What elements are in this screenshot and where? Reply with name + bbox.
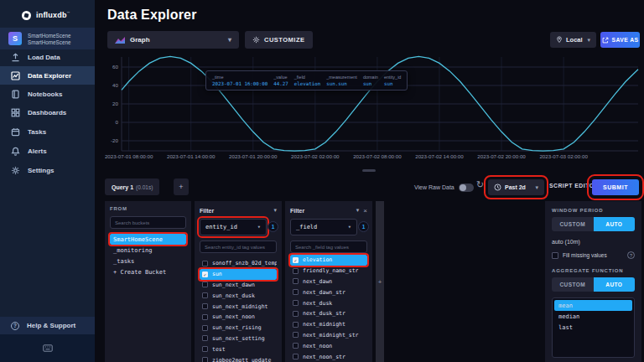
option-checkbox[interactable]: ✓ [202, 325, 208, 331]
filter-option[interactable]: ✓friendly_name_str [290, 266, 367, 277]
bucket-search-input[interactable] [110, 216, 186, 229]
tag-value-search-input[interactable] [200, 240, 277, 253]
alerts-icon [11, 147, 20, 156]
option-checkbox[interactable]: ✓ [202, 335, 208, 341]
option-checkbox[interactable]: ✓ [293, 300, 299, 306]
option-checkbox[interactable]: ✓ [293, 278, 299, 284]
sidebar-item-dashboards[interactable]: Dashboards [0, 103, 95, 122]
custom-button[interactable]: CUSTOM [552, 277, 594, 292]
option-label: friendly_name_str [303, 267, 359, 274]
tag-value-search-input[interactable] [290, 240, 367, 253]
refresh-icon[interactable]: ↻ [476, 179, 484, 190]
filter-option[interactable]: ✓next_dawn [290, 277, 367, 287]
sidebar-item-help-support[interactable]: ? Help & Support [0, 317, 95, 334]
option-checkbox[interactable]: ✓ [293, 322, 299, 328]
sidebar-item-data-explorer[interactable]: Data Explorer [0, 66, 95, 85]
notebooks-icon [11, 90, 20, 99]
option-checkbox[interactable]: ✓ [202, 261, 208, 266]
export-icon [602, 37, 609, 44]
tooltip-column: _value44.27 [273, 75, 288, 86]
option-checkbox[interactable]: ✓ [202, 357, 208, 362]
filter-option[interactable]: ✓sun_next_rising [200, 323, 277, 334]
timezone-dropdown[interactable]: Local ▾ [550, 32, 596, 48]
option-checkbox[interactable]: ✓ [293, 311, 299, 317]
filter-key-dropdown[interactable]: _field ▾ [290, 219, 357, 235]
option-checkbox[interactable]: ✓ [202, 282, 208, 287]
filter-option[interactable]: ✓sun_next_setting [200, 334, 277, 344]
filter-option[interactable]: ✓test [200, 344, 277, 354]
option-label: sun_next_dusk [212, 292, 255, 299]
filter-option[interactable]: ✓next_dusk [290, 297, 367, 308]
bucket-item[interactable]: + Create Bucket [110, 266, 186, 277]
bucket-item[interactable]: SmartHomeScene [110, 234, 186, 245]
query-tab[interactable]: Query 1 (0.01s) [105, 178, 159, 195]
filter-key-dropdown[interactable]: entity_id ▾ [200, 219, 267, 235]
elevation-line-chart[interactable]: -2002040602023-07-01 08:00:002023-07-01 … [105, 52, 641, 166]
sidebar-item-tasks[interactable]: Tasks [0, 122, 95, 141]
filter-option[interactable]: ✓sun_next_midnight [200, 301, 277, 312]
option-label: next_midnight_str [303, 332, 359, 339]
influxdb-logo-icon [21, 10, 32, 21]
filter-option[interactable]: ✓elevation [290, 255, 367, 266]
save-as-button[interactable]: SAVE AS [600, 32, 640, 48]
sidebar-item-notebooks[interactable]: Notebooks [0, 85, 95, 103]
filter-option[interactable]: ✓sun [200, 269, 277, 280]
option-checkbox[interactable]: ✓ [293, 332, 299, 338]
option-checkbox[interactable]: ✓ [293, 257, 299, 263]
tooltip-column: entity_idsun [384, 75, 402, 86]
filter-option[interactable]: ✓next_noon_str [290, 351, 367, 362]
close-filter-icon[interactable]: × [363, 207, 367, 215]
filter-panel-field: Filter ▾ × _field ▾ 1 ✓elevation✓friendl… [285, 201, 372, 362]
window-period-value: auto (10m) [552, 239, 635, 245]
option-label: zigbee2mqtt_update [212, 357, 271, 362]
option-checkbox[interactable]: ✓ [293, 343, 299, 349]
filter-option[interactable]: ✓next_noon [290, 340, 367, 351]
option-label: sun_next_dawn [212, 282, 255, 288]
submit-button[interactable]: SUBMIT [592, 179, 639, 195]
sidebar-item-load-data[interactable]: Load Data [0, 48, 95, 66]
auto-button[interactable]: AUTO [594, 217, 636, 231]
add-filter-button[interactable]: + [376, 201, 384, 362]
sidebar-item-settings[interactable]: Settings [0, 161, 95, 179]
svg-text:2023-07-02 02:00:00: 2023-07-02 02:00:00 [291, 153, 340, 159]
chevron-down-icon[interactable]: ▾ [273, 207, 277, 214]
filter-option[interactable]: ✓sun_next_noon [200, 312, 277, 323]
bucket-item[interactable]: _tasks [110, 256, 186, 266]
filter-option[interactable]: ✓sun_next_dusk [200, 290, 277, 301]
fill-missing-values-checkbox[interactable] [552, 252, 558, 259]
visualization-type-dropdown[interactable]: Graph ▾ [107, 31, 239, 49]
option-checkbox[interactable]: ✓ [202, 272, 208, 277]
filter-option[interactable]: ✓next_midnight [290, 319, 367, 330]
bucket-item[interactable]: _monitoring [110, 245, 186, 256]
filter-option[interactable]: ✓sonoff_snzb_02d_tempe_ [200, 258, 277, 269]
aggregate-option[interactable]: median [554, 311, 632, 322]
option-checkbox[interactable]: ✓ [202, 292, 208, 298]
auto-button[interactable]: AUTO [594, 277, 636, 292]
chevron-down-icon[interactable]: ▾ [356, 207, 360, 214]
option-checkbox[interactable]: ✓ [202, 314, 208, 320]
add-query-button[interactable]: + [174, 178, 189, 195]
option-checkbox[interactable]: ✓ [202, 303, 208, 309]
window-period-mode-toggle: CUSTOM AUTO [552, 217, 635, 231]
resize-handle[interactable] [362, 169, 376, 172]
option-checkbox[interactable]: ✓ [293, 289, 299, 295]
custom-button[interactable]: CUSTOM [552, 217, 594, 231]
option-label: next_dusk [303, 300, 332, 307]
workspace-switcher[interactable]: S SmartHomeScene SmartHomeScene [0, 28, 95, 49]
option-checkbox[interactable]: ✓ [293, 268, 299, 274]
filter-option[interactable]: ✓zigbee2mqtt_update [200, 354, 277, 362]
filter-option[interactable]: ✓sun_next_dawn [200, 280, 277, 291]
filter-option[interactable]: ✓next_dusk_str [290, 308, 367, 319]
sidebar-item-alerts[interactable]: Alerts [0, 142, 95, 160]
keyboard-icon[interactable] [43, 344, 53, 352]
filter-option[interactable]: ✓next_dawn_str [290, 287, 367, 297]
tooltip-value: sun [384, 81, 402, 86]
time-range-dropdown[interactable]: Past 2d ▾ [488, 179, 544, 195]
filter-option[interactable]: ✓next_midnight_str [290, 330, 367, 341]
aggregate-option[interactable]: last [554, 322, 632, 333]
option-checkbox[interactable]: ✓ [202, 346, 208, 352]
customize-button[interactable]: CUSTOMIZE [245, 31, 313, 49]
view-raw-data-toggle[interactable] [459, 184, 474, 192]
option-checkbox[interactable]: ✓ [293, 354, 299, 359]
aggregate-option[interactable]: mean [554, 300, 632, 311]
